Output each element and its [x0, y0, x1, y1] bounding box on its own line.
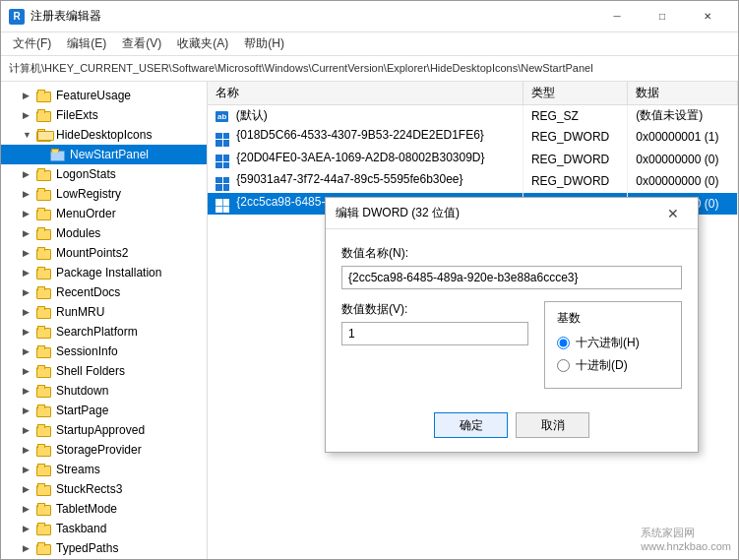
expand-arrow: ▶	[23, 287, 36, 297]
window-title: 注册表编辑器	[31, 8, 594, 25]
radio-dec-item[interactable]: 十进制(D)	[557, 357, 669, 374]
tree-item-streams[interactable]: ▶ Streams	[1, 460, 207, 479]
tree-item-hidedesktopicons[interactable]: ▼ HideDesktopIcons	[1, 125, 207, 145]
tree-item-runmru[interactable]: ▶ RunMRU	[1, 302, 207, 322]
expand-arrow: ▶	[23, 91, 36, 100]
registry-icon: ab	[216, 111, 228, 122]
tree-item-modules[interactable]: ▶ Modules	[1, 223, 207, 243]
radio-hex-item[interactable]: 十六进制(H)	[557, 335, 669, 351]
tree-item-label: Taskband	[56, 522, 106, 535]
folder-icon	[36, 502, 52, 516]
data-label: 数值数据(V):	[341, 301, 528, 318]
address-path: 计算机\HKEY_CURRENT_USER\Software\Microsoft…	[9, 61, 593, 76]
tree-item-packageinstallation[interactable]: ▶ Package Installation	[1, 263, 207, 282]
menu-help[interactable]: 帮助(H)	[236, 33, 292, 54]
cancel-button[interactable]: 取消	[516, 412, 589, 438]
tree-item-featureusage[interactable]: ▶ FeatureUsage	[1, 86, 207, 105]
expand-arrow: ▶	[23, 386, 36, 396]
base-label: 基数	[557, 310, 669, 327]
row-name: (默认)	[236, 108, 268, 122]
menu-view[interactable]: 查看(V)	[114, 33, 169, 54]
tree-item-label: TypedPaths	[56, 541, 118, 555]
folder-icon	[36, 89, 52, 102]
expand-arrow: ▶	[23, 169, 36, 179]
tree-item-tabletmode[interactable]: ▶ TabletMode	[1, 499, 207, 519]
tree-item-label: NewStartPanel	[70, 148, 149, 161]
tree-item-label: RecentDocs	[56, 285, 120, 299]
data-input[interactable]	[341, 322, 528, 345]
expand-arrow: ▶	[23, 346, 36, 356]
name-label: 数值名称(N):	[341, 245, 682, 262]
ok-button[interactable]: 确定	[434, 412, 508, 438]
folder-icon	[36, 325, 52, 339]
tree-item-taskband[interactable]: ▶ Taskband	[1, 519, 207, 538]
dialog-title: 编辑 DWORD (32 位值)	[336, 205, 658, 221]
tree-item-stuckrects3[interactable]: ▶ StuckRects3	[1, 479, 207, 499]
tree-item-label: LowRegistry	[56, 187, 121, 201]
tree-item-sessioninfo[interactable]: ▶ SessionInfo	[1, 342, 207, 361]
folder-icon	[36, 128, 52, 142]
dialog-body: 数值名称(N): 数值数据(V): 基数 十六进制(H) 十进制(D)	[326, 229, 698, 404]
close-button[interactable]: ✕	[685, 1, 730, 32]
cell-name: {018D5C66-4533-4307-9B53-224DE2ED1FE6}	[208, 126, 523, 149]
tree-item-label: StuckRects3	[56, 482, 122, 496]
folder-icon	[36, 246, 52, 260]
tree-item-menuorder[interactable]: ▶ MenuOrder	[1, 204, 207, 223]
cell-type: REG_DWORD	[523, 126, 627, 149]
expand-arrow: ▶	[23, 366, 36, 376]
tree-item-label: FeatureUsage	[56, 89, 131, 102]
tree-item-fileexts[interactable]: ▶ FileExts	[1, 105, 207, 125]
tree-item-label: RunMRU	[56, 305, 104, 319]
radio-hex[interactable]	[557, 337, 570, 349]
menu-edit[interactable]: 编辑(E)	[59, 33, 114, 54]
cell-type: REG_SZ	[523, 105, 627, 127]
tree-item-searchplatform[interactable]: ▶ SearchPlatform	[1, 322, 207, 342]
table-row[interactable]: ab (默认) REG_SZ (数值未设置)	[208, 105, 738, 127]
maximize-button[interactable]: □	[640, 1, 685, 32]
tree-item-mountpoints2[interactable]: ▶ MountPoints2	[1, 243, 207, 263]
expand-arrow: ▶	[23, 248, 36, 258]
tree-item-label: Package Installation	[56, 266, 161, 280]
tree-item-storageprovider[interactable]: ▶ StorageProvider	[1, 440, 207, 460]
registry-table: 名称 类型 数据 ab (默认) REG_SZ	[208, 82, 738, 215]
tree-item-typedpaths[interactable]: ▶ TypedPaths	[1, 538, 207, 558]
tree-item-label: StartupApproved	[56, 423, 145, 437]
base-group: 基数 十六进制(H) 十进制(D)	[544, 301, 682, 389]
menu-favorites[interactable]: 收藏夹(A)	[169, 33, 236, 54]
tree-item-label: SearchPlatform	[56, 325, 138, 339]
dword-icon	[216, 199, 229, 213]
row-name: {018D5C66-4533-4307-9B53-224DE2ED1FE6}	[236, 128, 484, 142]
table-row[interactable]: {018D5C66-4533-4307-9B53-224DE2ED1FE6} R…	[208, 126, 738, 149]
radio-hex-label: 十六进制(H)	[576, 335, 640, 351]
tree-item-startupapproved[interactable]: ▶ StartupApproved	[1, 420, 207, 440]
tree-item-lowregistry[interactable]: ▶ LowRegistry	[1, 184, 207, 204]
minimize-button[interactable]: ─	[594, 1, 640, 32]
table-header-row: 名称 类型 数据	[208, 82, 738, 105]
row-name: {59031a47-3f72-44a7-89c5-5595fe6b30ee}	[236, 172, 462, 186]
dialog-close-button[interactable]: ✕	[658, 202, 688, 225]
tree-item-startpage[interactable]: ▶ StartPage	[1, 401, 207, 420]
menubar: 文件(F) 编辑(E) 查看(V) 收藏夹(A) 帮助(H)	[1, 32, 738, 56]
menu-file[interactable]: 文件(F)	[5, 33, 59, 54]
cell-name: ab (默认)	[208, 105, 523, 127]
expand-arrow: ▶	[23, 465, 36, 474]
tree-item-label: TabletMode	[56, 502, 117, 516]
cell-type: REG_DWORD	[523, 149, 627, 171]
cell-data: (数值未设置)	[628, 105, 738, 127]
dialog-row: 数值数据(V): 基数 十六进制(H) 十进制(D)	[341, 301, 682, 389]
tree-item-shutdown[interactable]: ▶ Shutdown	[1, 381, 207, 401]
expand-arrow: ▶	[23, 524, 36, 533]
tree-item-label: SessionInfo	[56, 344, 118, 358]
radio-dec-label: 十进制(D)	[576, 357, 628, 374]
col-type: 类型	[523, 82, 627, 105]
table-row[interactable]: {20D04FE0-3AEA-1069-A2D8-08002B30309D} R…	[208, 149, 738, 171]
radio-dec[interactable]	[557, 359, 570, 372]
table-row[interactable]: {59031a47-3f72-44a7-89c5-5595fe6b30ee} R…	[208, 170, 738, 193]
tree-item-newstartpanel[interactable]: NewStartPanel	[1, 145, 207, 164]
name-input[interactable]	[341, 266, 682, 289]
registry-icon	[216, 155, 229, 168]
expand-arrow: ▶	[23, 445, 36, 455]
tree-item-recentdocs[interactable]: ▶ RecentDocs	[1, 282, 207, 302]
tree-item-logonstats[interactable]: ▶ LogonStats	[1, 164, 207, 184]
tree-item-shellfolders[interactable]: ▶ Shell Folders	[1, 361, 207, 381]
